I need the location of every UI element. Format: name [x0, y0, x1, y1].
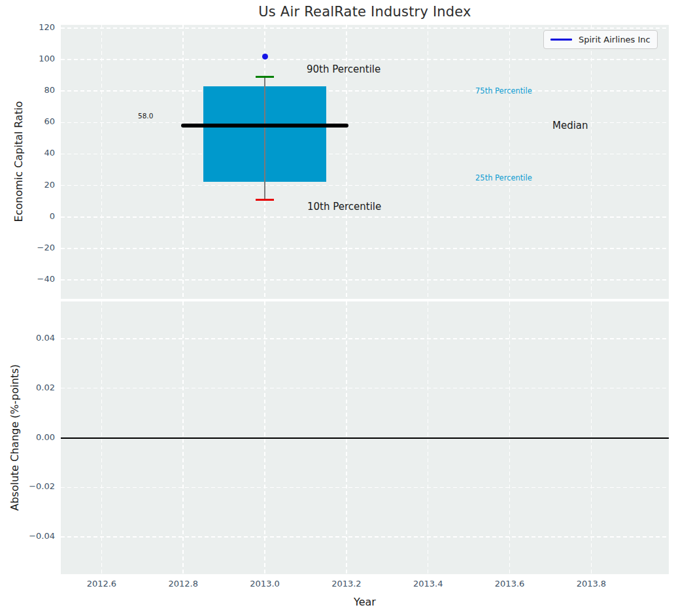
h-gridline: [61, 279, 669, 281]
h-gridline: [61, 388, 669, 389]
h-gridline: [61, 90, 669, 92]
h-gridline: [61, 487, 669, 488]
h-gridline: [61, 338, 669, 339]
h-gridline: [61, 27, 669, 29]
whisker-line: [264, 77, 265, 199]
annotation-median: Median: [552, 120, 588, 131]
x-tick-label: 2013.6: [484, 579, 536, 589]
y-tick-label: −40: [0, 274, 55, 284]
legend: Spirit Airlines Inc: [543, 30, 658, 49]
bottom-axes: [61, 301, 669, 574]
h-gridline: [61, 59, 669, 60]
y-tick-label: 40: [0, 148, 55, 158]
y-tick-label: −0.04: [0, 531, 55, 541]
zero-line: [61, 437, 669, 439]
x-axis-label: Year: [61, 596, 669, 608]
y-tick-label: 0: [0, 211, 55, 221]
legend-label: Spirit Airlines Inc: [579, 35, 651, 44]
h-gridline: [61, 154, 669, 155]
x-tick-label: 2012.8: [157, 579, 209, 589]
v-gridline: [509, 25, 511, 299]
annotation-75th-percentile: 75th Percentile: [475, 86, 532, 95]
x-tick-label: 2013.4: [402, 579, 454, 589]
y-tick-label: 20: [0, 180, 55, 190]
h-gridline: [61, 185, 669, 186]
y-tick-label: 80: [0, 85, 55, 95]
p90-cap: [256, 76, 273, 78]
y-tick-label: −20: [0, 243, 55, 252]
v-gridline: [101, 25, 103, 299]
y-tick-label: 120: [0, 22, 55, 32]
y-tick-label: 100: [0, 54, 55, 63]
legend-line-swatch: [550, 39, 572, 41]
x-tick-label: 2013.2: [320, 579, 373, 589]
annotation-25th-percentile: 25th Percentile: [475, 173, 532, 182]
annotation-10th-percentile: 10th Percentile: [307, 201, 381, 213]
h-gridline: [61, 216, 669, 218]
y-tick-label: 60: [0, 116, 55, 126]
v-gridline: [182, 25, 184, 299]
figure: Us Air RealRate Industry Index Economic …: [0, 0, 676, 616]
x-tick-label: 2013.0: [239, 579, 291, 589]
h-gridline: [61, 248, 669, 249]
x-tick-label: 2013.8: [565, 579, 617, 589]
y-tick-label: 0.00: [0, 432, 55, 442]
chart-title: Us Air RealRate Industry Index: [61, 4, 669, 20]
y-tick-label: −0.02: [0, 481, 55, 491]
median-line: [181, 124, 348, 128]
y-tick-label: 0.02: [0, 383, 55, 392]
v-gridline: [591, 25, 592, 299]
y-tick-label: 0.04: [0, 333, 55, 343]
company-point: [262, 54, 268, 60]
x-tick-label: 2012.6: [75, 579, 127, 589]
p10-cap: [256, 199, 273, 201]
v-gridline: [428, 25, 429, 299]
annotation-90th-percentile: 90th Percentile: [307, 63, 380, 75]
annotation-median-value: 58.0: [138, 112, 153, 120]
h-gridline: [61, 536, 669, 538]
